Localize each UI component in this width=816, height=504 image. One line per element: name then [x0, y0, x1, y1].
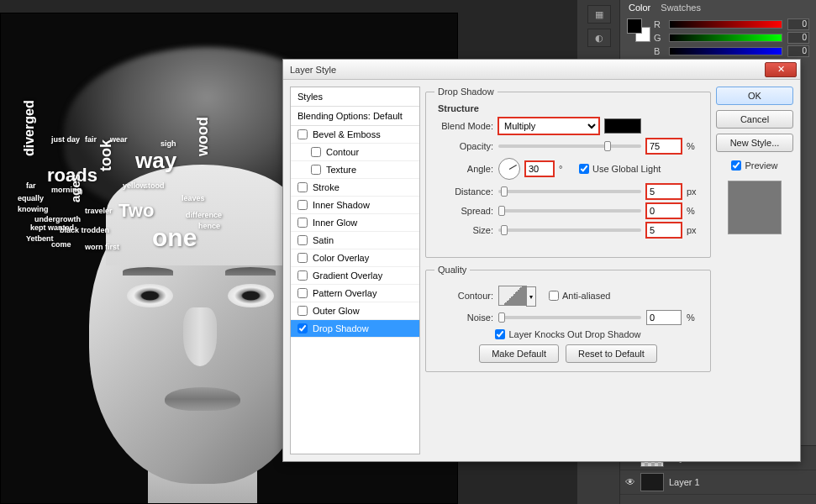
structure-legend: Structure [434, 103, 482, 113]
cancel-button[interactable]: Cancel [716, 110, 793, 129]
noise-input[interactable] [646, 310, 682, 325]
size-input[interactable] [646, 223, 682, 238]
style-checkbox[interactable] [297, 306, 308, 316]
spread-slider[interactable] [498, 209, 641, 213]
style-item-contour[interactable]: Contour [291, 144, 419, 161]
styles-header[interactable]: Styles [291, 87, 419, 107]
style-checkbox[interactable] [297, 253, 308, 263]
style-checkbox[interactable] [297, 129, 308, 139]
style-checkbox[interactable] [297, 218, 308, 228]
style-item-inner-glow[interactable]: Inner Glow [291, 214, 419, 232]
drop-shadow-legend: Drop Shadow [434, 87, 497, 97]
r-value[interactable]: 0 [787, 18, 809, 30]
style-checkbox[interactable] [297, 323, 308, 333]
blend-mode-dropdown[interactable]: Multiply [498, 118, 599, 134]
preview-checkbox[interactable]: Preview [716, 160, 793, 171]
unit-px: px [687, 186, 702, 197]
g-slider[interactable] [669, 34, 782, 42]
visibility-icon[interactable]: 👁 [625, 476, 635, 488]
style-settings: Drop Shadow Structure Blend Mode: Multip… [425, 87, 711, 454]
adjustments-icon[interactable]: ◐ [587, 29, 611, 47]
style-item-gradient-overlay[interactable]: Gradient Overlay [291, 267, 419, 285]
style-label: Contour [326, 147, 359, 157]
style-item-bevel[interactable]: Bevel & Emboss [291, 126, 419, 144]
style-item-stroke[interactable]: Stroke [291, 179, 419, 197]
size-slider[interactable] [498, 228, 641, 232]
styles-list: Styles Blending Options: Default Bevel &… [290, 87, 420, 454]
contour-label: Contour: [434, 291, 493, 301]
chevron-down-icon[interactable]: ▾ [526, 286, 536, 307]
style-label: Inner Shadow [313, 200, 370, 210]
structure-fieldset: Structure Blend Mode: Multiply Opacity: … [434, 103, 702, 242]
unit-percent: % [687, 206, 702, 216]
foreground-color-swatch[interactable] [627, 18, 642, 34]
spread-label: Spread: [434, 206, 493, 216]
close-button[interactable]: ✕ [765, 62, 797, 77]
preview-swatch [728, 181, 782, 234]
angle-dial[interactable] [498, 158, 520, 180]
style-item-texture[interactable]: Texture [291, 161, 419, 179]
style-item-inner-shadow[interactable]: Inner Shadow [291, 197, 419, 214]
make-default-button[interactable]: Make Default [479, 344, 559, 363]
dialog-title: Layer Style [287, 65, 765, 75]
layer-row[interactable]: 👁 Layer 1 [620, 470, 816, 495]
style-label: Drop Shadow [313, 323, 369, 333]
style-checkbox[interactable] [297, 235, 308, 245]
blend-mode-label: Blend Mode: [434, 121, 493, 131]
histogram-icon[interactable]: ▦ [587, 5, 611, 24]
color-panel-tabs: Color Swatches [620, 0, 816, 15]
contour-picker[interactable]: ▾ [498, 286, 527, 306]
drop-shadow-fieldset: Drop Shadow Structure Blend Mode: Multip… [425, 87, 711, 258]
noise-label: Noise: [434, 312, 493, 323]
unit-percent: % [687, 141, 702, 151]
ok-button[interactable]: OK [716, 87, 793, 105]
layer-name[interactable]: Layer 1 [669, 477, 700, 487]
style-checkbox[interactable] [297, 182, 308, 192]
style-label: Satin [313, 235, 334, 245]
style-checkbox[interactable] [297, 200, 308, 210]
style-label: Gradient Overlay [313, 270, 382, 281]
global-light-checkbox[interactable]: Use Global Light [579, 164, 661, 174]
distance-input[interactable] [646, 184, 682, 199]
knockout-checkbox[interactable]: Layer Knocks Out Drop Shadow [495, 329, 640, 339]
angle-input[interactable] [525, 161, 554, 176]
r-slider[interactable] [669, 20, 782, 29]
style-checkbox[interactable] [311, 165, 321, 175]
wc-word: far [26, 181, 36, 190]
blending-options-header[interactable]: Blending Options: Default [291, 107, 419, 126]
b-slider[interactable] [669, 47, 782, 55]
style-label: Stroke [313, 182, 340, 192]
style-item-pattern-overlay[interactable]: Pattern Overlay [291, 285, 419, 302]
spread-input[interactable] [646, 203, 682, 218]
opacity-slider[interactable] [498, 144, 641, 148]
opacity-label: Opacity: [434, 141, 493, 151]
dialog-right-column: OK Cancel New Style... Preview [716, 87, 793, 454]
style-label: Texture [326, 165, 356, 175]
layer-thumbnail[interactable] [640, 473, 664, 491]
style-item-color-overlay[interactable]: Color Overlay [291, 249, 419, 267]
color-panel: R 0 G 0 B 0 [620, 15, 816, 66]
g-value[interactable]: 0 [787, 32, 809, 44]
new-style-button[interactable]: New Style... [716, 134, 793, 152]
noise-slider[interactable] [498, 316, 641, 319]
style-checkbox[interactable] [297, 270, 308, 281]
distance-label: Distance: [434, 186, 493, 197]
angle-label: Angle: [434, 164, 493, 174]
style-item-drop-shadow[interactable]: Drop Shadow [291, 320, 419, 338]
tab-swatches[interactable]: Swatches [661, 3, 701, 13]
dialog-titlebar[interactable]: Layer Style ✕ [283, 60, 800, 80]
wc-word: diverged [22, 100, 37, 156]
b-value[interactable]: 0 [787, 45, 809, 57]
shadow-color-chip[interactable] [604, 118, 641, 134]
style-item-outer-glow[interactable]: Outer Glow [291, 302, 419, 320]
layer-style-dialog: Layer Style ✕ Styles Blending Options: D… [282, 59, 801, 462]
style-checkbox[interactable] [311, 147, 321, 157]
style-item-satin[interactable]: Satin [291, 232, 419, 249]
tab-color[interactable]: Color [629, 3, 650, 13]
distance-slider[interactable] [498, 190, 641, 193]
antialiased-checkbox[interactable]: Anti-aliased [549, 291, 610, 301]
opacity-input[interactable] [646, 139, 682, 154]
reset-default-button[interactable]: Reset to Default [566, 344, 657, 363]
foreground-background-swatch[interactable] [627, 18, 650, 42]
style-checkbox[interactable] [297, 288, 308, 298]
